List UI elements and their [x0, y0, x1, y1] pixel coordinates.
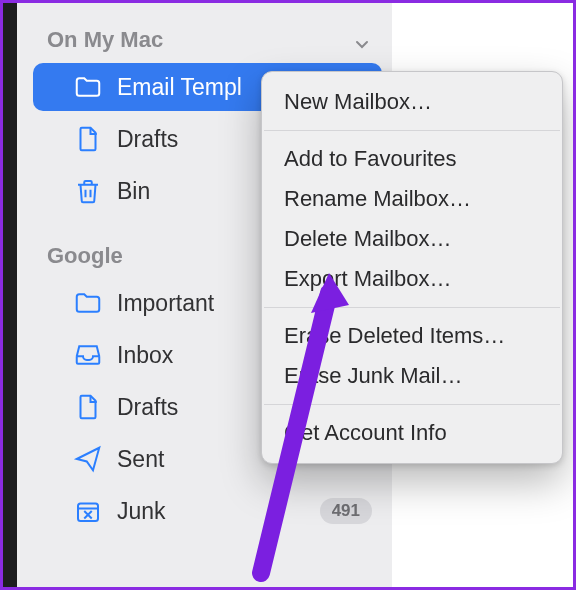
sidebar-item-label: Important	[117, 290, 214, 317]
menu-erase-junk[interactable]: Erase Junk Mail…	[262, 356, 562, 396]
menu-add-favourites[interactable]: Add to Favourites	[262, 139, 562, 179]
chevron-down-icon	[354, 32, 370, 48]
menu-separator	[264, 307, 560, 308]
sidebar-item-label: Bin	[117, 178, 150, 205]
document-icon	[73, 124, 103, 154]
menu-erase-deleted[interactable]: Erase Deleted Items…	[262, 316, 562, 356]
sidebar-item-label: Email Templ	[117, 74, 242, 101]
folder-icon	[73, 288, 103, 318]
document-icon	[73, 392, 103, 422]
section-title: On My Mac	[47, 27, 163, 53]
paperplane-icon	[73, 444, 103, 474]
section-title: Google	[47, 243, 123, 269]
junk-box-icon	[73, 496, 103, 526]
inbox-tray-icon	[73, 340, 103, 370]
menu-export-mailbox[interactable]: Export Mailbox…	[262, 259, 562, 299]
svg-rect-0	[78, 504, 98, 522]
menu-new-mailbox[interactable]: New Mailbox…	[262, 82, 562, 122]
sidebar-item-label: Drafts	[117, 394, 178, 421]
sidebar-item-label: Drafts	[117, 126, 178, 153]
count-badge: 491	[320, 498, 372, 524]
mailbox-context-menu: New Mailbox… Add to Favourites Rename Ma…	[261, 71, 563, 464]
section-header[interactable]: On My Mac	[17, 21, 392, 61]
menu-get-account-info[interactable]: Get Account Info	[262, 413, 562, 453]
sidebar-item-label: Inbox	[117, 342, 173, 369]
menu-delete-mailbox[interactable]: Delete Mailbox…	[262, 219, 562, 259]
menu-separator	[264, 404, 560, 405]
menu-separator	[264, 130, 560, 131]
trash-icon	[73, 176, 103, 206]
folder-icon	[73, 72, 103, 102]
window-edge	[3, 3, 17, 587]
sidebar-item-label: Junk	[117, 498, 166, 525]
sidebar-item-junk[interactable]: Junk 491	[33, 487, 382, 535]
menu-rename-mailbox[interactable]: Rename Mailbox…	[262, 179, 562, 219]
sidebar-item-label: Sent	[117, 446, 164, 473]
